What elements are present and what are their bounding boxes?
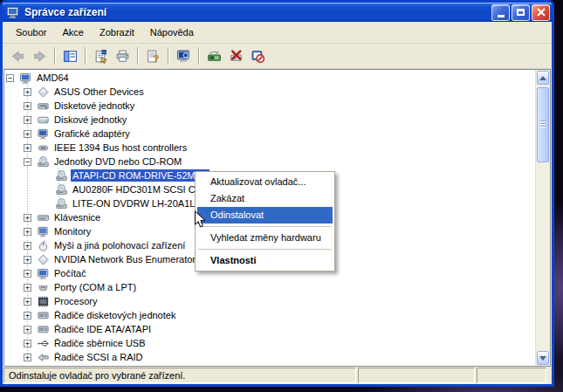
tree-item-processors[interactable]: +Procesory [4, 294, 535, 308]
expand-toggle-icon[interactable]: + [24, 298, 31, 306]
expand-toggle-icon[interactable]: + [24, 340, 31, 347]
console-tree-icon [63, 49, 78, 64]
collapse-toggle-icon[interactable]: − [6, 74, 14, 82]
expand-toggle-icon[interactable]: + [24, 116, 31, 124]
status-message-panel: Odinstaluje ovladač pro vybrané zařízení… [3, 368, 356, 383]
mouse-icon [37, 239, 50, 252]
device-manager-icon [6, 5, 20, 19]
tree-item-ports[interactable]: +Porty (COM a LPT) [4, 280, 535, 294]
disk-drive-icon [37, 113, 50, 127]
expand-toggle-icon[interactable]: + [24, 312, 31, 320]
close-icon [537, 8, 546, 17]
expand-toggle-icon[interactable]: + [24, 144, 31, 152]
display-adapter-icon [37, 127, 50, 141]
context-menu-item-uninstall[interactable]: Odinstalovat [197, 207, 333, 224]
expand-toggle-icon[interactable]: + [24, 326, 31, 334]
chevron-down-icon [539, 356, 546, 361]
context-menu-separator [198, 226, 332, 227]
tree-item-label: LITE-ON DVDRW LH-20A1L [71, 197, 196, 210]
menu-item-napoveda[interactable]: Nápověda [142, 22, 202, 43]
tree-item-label: Jednotky DVD nebo CD-ROM [52, 155, 183, 168]
scrollbar-thumb[interactable] [537, 87, 549, 162]
arrow-right-icon [32, 49, 47, 64]
collapse-toggle-icon[interactable]: − [24, 158, 31, 166]
expand-toggle-icon[interactable]: + [24, 242, 31, 250]
menu-item-zobrazit[interactable]: Zobrazit [92, 22, 142, 43]
controller-icon [37, 323, 50, 336]
tree-item-diskette-drives[interactable]: +Disketové jednotky [4, 99, 535, 113]
tree-item-label: IEEE 1394 Bus host controllers [52, 141, 189, 154]
scan-hardware-changes-button[interactable] [173, 46, 195, 66]
minimize-button[interactable] [491, 4, 510, 21]
back-button[interactable] [7, 46, 29, 66]
tree-item-amd64[interactable]: −AMD64 [4, 71, 535, 85]
unknown-device-icon [37, 86, 50, 99]
context-menu-item-disable[interactable]: Zakázat [197, 190, 333, 207]
properties-button[interactable] [90, 46, 112, 66]
tree-item-ide-controllers[interactable]: +Řadiče IDE ATA/ATAPI [4, 322, 535, 336]
help-icon: ? [146, 49, 161, 64]
disable-button[interactable] [247, 46, 269, 66]
toolbar-separator [85, 47, 86, 65]
print-button[interactable] [112, 46, 134, 66]
tree-item-label: Klávesnice [52, 211, 102, 224]
cd-drive-icon [55, 197, 68, 210]
keyboard-icon [37, 211, 50, 224]
help-button[interactable]: ? [142, 46, 164, 66]
toolbar-separator [168, 47, 169, 65]
tree-item-asus-other-devices[interactable]: +ASUS Other Devices [4, 85, 535, 99]
scroll-up-button[interactable] [537, 71, 549, 85]
status-panel [477, 368, 546, 383]
expand-toggle-icon[interactable]: + [24, 102, 31, 110]
minimize-icon [498, 15, 505, 17]
tree-item-display-adapters[interactable]: +Grafické adaptéry [4, 127, 535, 141]
expand-toggle-icon[interactable]: + [24, 354, 31, 361]
window-title: Správce zařízení [24, 6, 490, 18]
menu-item-akce[interactable]: Akce [54, 22, 91, 43]
toolbar-separator [198, 47, 200, 65]
toolbar-separator [54, 47, 56, 65]
computer-icon [6, 5, 20, 19]
tree-item-label: Monitory [52, 225, 93, 237]
expand-toggle-icon[interactable]: + [24, 130, 31, 138]
expand-toggle-icon[interactable]: + [24, 88, 31, 96]
print-icon [115, 49, 130, 64]
update-driver-button[interactable] [203, 46, 225, 66]
context-menu-item-update-driver[interactable]: Aktualizovat ovladač... [197, 174, 333, 190]
scroll-down-button[interactable] [537, 351, 549, 365]
toolbar-separator [137, 47, 139, 65]
expand-toggle-icon[interactable]: + [24, 256, 31, 264]
context-menu-item-properties[interactable]: Vlastnosti [197, 252, 333, 269]
show-hide-console-tree-button[interactable] [59, 46, 81, 66]
tree-item-label: Řadiče sběrnice USB [52, 337, 148, 349]
menu-item-soubor[interactable]: Soubor [8, 22, 54, 43]
expand-toggle-icon[interactable]: + [24, 228, 31, 236]
maximize-button[interactable] [512, 4, 530, 21]
tree-item-dvd-cdrom-drives[interactable]: −Jednotky DVD nebo CD-ROM [4, 155, 535, 168]
close-button[interactable] [532, 4, 550, 21]
tree-item-usb-controllers[interactable]: +Řadiče sběrnice USB [4, 336, 535, 350]
scsi-icon [37, 351, 50, 364]
expand-toggle-icon[interactable]: + [24, 284, 31, 292]
tree-item-ieee-1394-controllers[interactable]: +IEEE 1394 Bus host controllers [4, 141, 535, 155]
tree-item-label: Procesory [52, 295, 100, 307]
controller-icon [37, 309, 50, 322]
vertical-scrollbar[interactable] [535, 70, 550, 366]
tree-item-floppy-controllers[interactable]: +Řadiče disketových jednotek [4, 308, 535, 322]
uninstall-icon [229, 49, 244, 64]
expand-toggle-icon[interactable]: + [24, 214, 31, 222]
tree-item-label: NVIDIA Network Bus Enumerator [52, 253, 197, 265]
tree-item-label: Myši a jiná polohovací zařízení [52, 239, 187, 251]
tree-item-label: Řadiče IDE ATA/ATAPI [52, 323, 153, 335]
processor-icon [37, 295, 50, 308]
uninstall-button[interactable] [225, 46, 247, 66]
title-bar[interactable]: Správce zařízení [3, 3, 552, 22]
expand-toggle-icon[interactable]: + [24, 270, 31, 278]
tree-item-label: Řadiče SCSI a RAID [52, 351, 144, 363]
tree-item-disk-drives[interactable]: +Diskové jednotky [4, 113, 535, 127]
tree-item-scsi-raid-controllers[interactable]: +Řadiče SCSI a RAID [4, 350, 535, 364]
forward-button[interactable] [29, 46, 51, 66]
status-message: Odinstaluje ovladač pro vybrané zařízení… [9, 370, 185, 381]
context-menu-item-scan-hardware-changes[interactable]: Vyhledat změny hardwaru [197, 230, 333, 246]
tree-item-label: AU0280F HDC301M SCSI Cd [71, 183, 203, 196]
